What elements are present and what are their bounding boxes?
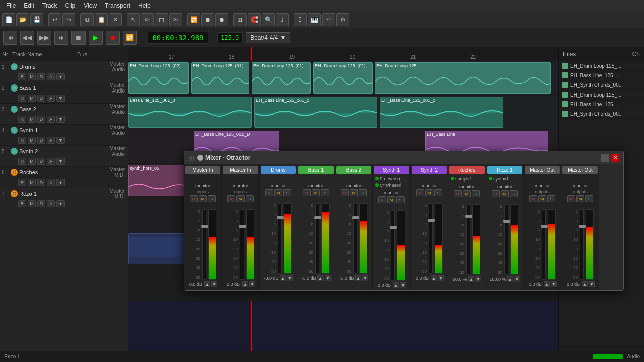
clip-bass1-3[interactable]: EH_Bass Line_125_001_0	[380, 97, 503, 128]
mixer-channel-name-synth2[interactable]: Synth 2	[412, 166, 447, 174]
mixer-channel-name-roches[interactable]: Roches	[449, 166, 485, 174]
track-btn-▼-7[interactable]: ▼	[56, 200, 65, 207]
mixer-btn-r-bass1[interactable]: R	[303, 189, 311, 196]
mixer-close-button[interactable]: ✕	[611, 154, 619, 162]
mixer-btn-r-bass2[interactable]: R	[341, 189, 349, 196]
metronome-button[interactable]: ♩	[276, 13, 289, 26]
track-btn-m-6[interactable]: M	[28, 179, 36, 186]
mixer-btn-s-master-in-1[interactable]: S	[208, 195, 216, 202]
menu-track[interactable]: Track	[38, 1, 61, 10]
mixer-btn-s-synth2[interactable]: S	[434, 189, 442, 196]
fader-track-roches[interactable]	[466, 204, 470, 275]
snap-button[interactable]: 🧲	[248, 13, 261, 26]
mixer-channel-name-bass2[interactable]: Bass 2	[336, 166, 371, 174]
open-button[interactable]: 📂	[16, 13, 29, 26]
track-lane-drums[interactable]: EH_Drum Loop 125_(02) EH_Drum Loop 125_(…	[128, 61, 558, 96]
mixer-btn-r-synth2[interactable]: R	[416, 189, 424, 196]
mixer-channel-name-drums[interactable]: Drums	[261, 166, 296, 174]
track-btn-r-1[interactable]: R	[18, 73, 26, 80]
track-btn-d-3[interactable]: D	[37, 116, 45, 123]
track-btn-m-7[interactable]: M	[28, 200, 36, 207]
vol-down-master-in-2[interactable]: ▼	[249, 281, 255, 287]
fader-track-master-in-1[interactable]	[202, 209, 206, 280]
mixer-btn-r-rezo1[interactable]: R	[492, 190, 500, 197]
mixer-btn-r-master-in-2[interactable]: R	[227, 195, 235, 202]
vol-down-drums[interactable]: ▼	[287, 275, 293, 281]
file-item-4[interactable]: EH_Bass Line_125_...	[559, 100, 644, 109]
mixer-btn-r-drums[interactable]: R	[265, 189, 273, 196]
track-btn-r-3[interactable]: R	[18, 116, 26, 123]
track-btn-▼-6[interactable]: ▼	[56, 179, 65, 186]
mixer-btn-m-roches[interactable]: M	[463, 190, 471, 197]
vol-up-master-in-1[interactable]: ▲	[204, 281, 210, 287]
vol-up-master-in-2[interactable]: ▲	[242, 281, 248, 287]
track-btn-r-4[interactable]: R	[18, 137, 26, 144]
fader-track-master-out-2[interactable]	[580, 209, 584, 280]
file-item-0[interactable]: EH_Drum Loop 125_...	[559, 61, 644, 71]
file-item-1[interactable]: EH_Bass Line_125_...	[559, 71, 644, 80]
fader-track-synth2[interactable]	[429, 203, 433, 274]
mixer-btn-s-bass2[interactable]: S	[359, 189, 367, 196]
mixer-channel-name-rezo1[interactable]: Rezo 1	[487, 166, 522, 174]
clip-bass1-1[interactable]: Bass Line_125_061_0	[128, 97, 252, 128]
mixer-plugin-roches-0[interactable]: samplv1	[449, 176, 485, 182]
copy-button[interactable]: ⧉	[80, 13, 94, 26]
play-button[interactable]: ▶	[89, 31, 103, 45]
undo-button[interactable]: ↩	[48, 13, 61, 26]
vol-down-master-out-1[interactable]: ▼	[551, 281, 557, 287]
mixer-btn-r-roches[interactable]: R	[454, 190, 462, 197]
record-button[interactable]: ⏺	[215, 13, 228, 26]
redo-button[interactable]: ↪	[62, 13, 75, 26]
arrow-tool[interactable]: ↖	[127, 13, 140, 26]
vol-down-master-out-2[interactable]: ▼	[589, 281, 595, 287]
fader-track-bass2[interactable]	[353, 203, 357, 274]
fader-knob-master-in-1[interactable]	[201, 225, 208, 228]
mixer-btn-m-rezo1[interactable]: M	[501, 190, 509, 197]
fader-knob-rezo1[interactable]	[503, 220, 510, 223]
fader-knob-synth2[interactable]	[428, 219, 435, 222]
automation-button[interactable]: 〰	[322, 13, 335, 26]
eraser-tool[interactable]: ◻	[155, 13, 168, 26]
track-btn-▼-3[interactable]: ▼	[56, 116, 65, 123]
mixer-plugin-synth1-0[interactable]: Freeverb (	[374, 176, 409, 182]
vol-up-master-out-2[interactable]: ▲	[582, 281, 588, 287]
clip-drum-4[interactable]: EH_Drum Loop 125_(01)	[313, 62, 373, 94]
fader-knob-roches[interactable]	[465, 215, 472, 218]
track-btn-d-5[interactable]: D	[37, 158, 45, 165]
vol-up-synth2[interactable]: ▲	[431, 275, 437, 281]
mixer-btn-s-bass1[interactable]: S	[321, 189, 329, 196]
clip-drum-2[interactable]: EH_Drum Loop 125_(01)	[191, 62, 249, 94]
delete-button[interactable]: ✕	[109, 13, 122, 26]
mixer-btn-m-drums[interactable]: M	[274, 189, 282, 196]
plugin-button[interactable]: ⚙	[336, 13, 349, 26]
file-item-2[interactable]: EH_Synth Chords_00...	[559, 80, 644, 90]
back-button[interactable]: ◀◀	[20, 31, 34, 45]
track-lane-bass1[interactable]: Bass Line_125_061_0 EH_Bass Line_125_061…	[128, 96, 558, 130]
vol-up-bass2[interactable]: ▲	[355, 275, 361, 281]
clip-drum-3[interactable]: EH_Drum Loop 125_(01)	[252, 62, 311, 94]
pencil-tool[interactable]: ✏	[141, 13, 154, 26]
track-btn-m-3[interactable]: M	[28, 116, 36, 123]
paste-button[interactable]: 📋	[95, 13, 108, 26]
mixer-btn-r-master-out-2[interactable]: R	[567, 195, 575, 202]
mixer-channel-name-master-in-1[interactable]: Master In	[185, 166, 220, 174]
track-btn-r-6[interactable]: R	[18, 179, 26, 186]
mixer-channel-name-synth1[interactable]: Synth 1	[374, 166, 409, 174]
track-btn-d-6[interactable]: D	[37, 179, 45, 186]
punch-button[interactable]: ⏺	[201, 13, 214, 26]
fader-track-master-out-1[interactable]	[542, 209, 546, 280]
track-btn-a-4[interactable]: A	[47, 137, 55, 144]
track-btn-a-1[interactable]: A	[47, 73, 55, 80]
mixer-minimize-button[interactable]: _	[601, 154, 609, 162]
rewind-button[interactable]: ⏮	[3, 31, 17, 45]
vol-up-bass1[interactable]: ▲	[317, 275, 324, 281]
mixer-btn-r-master-in-1[interactable]: R	[190, 195, 198, 202]
track-btn-▼-5[interactable]: ▼	[56, 158, 65, 165]
menu-transport[interactable]: Transport	[101, 1, 134, 10]
mixer-btn-s-master-in-2[interactable]: S	[246, 195, 254, 202]
track-btn-r-7[interactable]: R	[18, 200, 26, 207]
fader-track-synth1[interactable]	[391, 210, 395, 281]
vol-down-bass1[interactable]: ▼	[325, 275, 331, 281]
mixer-btn-m-master-out-1[interactable]: M	[538, 195, 546, 202]
beat-display[interactable]: Beat/4 4/4 ▼	[246, 32, 290, 43]
